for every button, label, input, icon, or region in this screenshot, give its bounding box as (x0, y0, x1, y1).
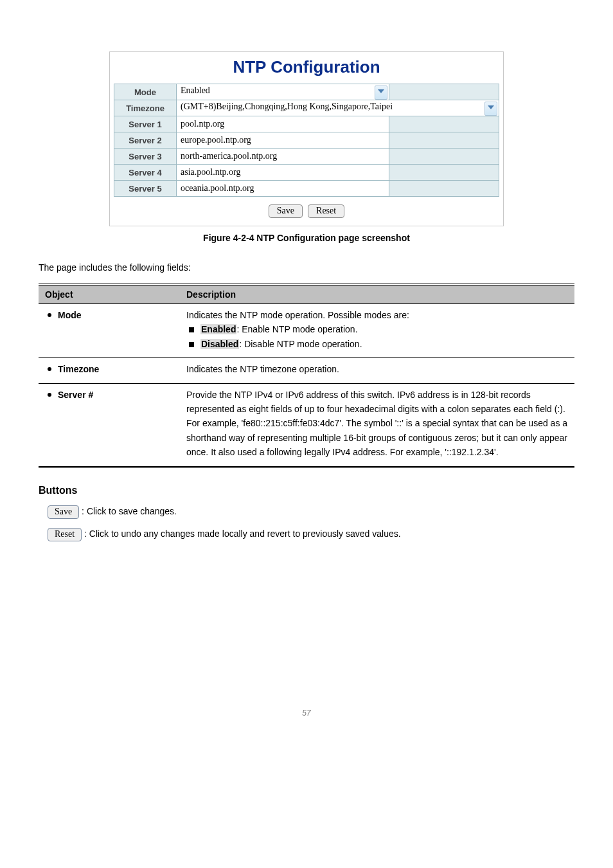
row-server-desc: Provide the NTP IPv4 or IPv6 address of … (180, 383, 574, 467)
spacer (389, 132, 499, 149)
label-server3: Server 3 (114, 149, 177, 165)
save-button[interactable]: Save (48, 505, 79, 519)
reset-button[interactable]: Reset (48, 528, 82, 541)
chevron-down-icon (484, 102, 497, 116)
panel-reset-button[interactable]: Reset (308, 204, 344, 218)
svg-marker-1 (488, 105, 494, 109)
th-object: Object (39, 285, 180, 304)
label-server4: Server 4 (114, 165, 177, 181)
mode-select[interactable]: Enabled (177, 84, 389, 100)
reset-desc: : Click to undo any changes made locally… (84, 529, 401, 539)
row-mode-object: Mode (39, 304, 180, 358)
row-timezone-object: Timezone (39, 358, 180, 383)
label-server1: Server 1 (114, 116, 177, 132)
spacer (389, 165, 499, 181)
save-desc: : Click to save changes. (82, 506, 177, 516)
bullet-icon (48, 313, 51, 317)
row-timezone-desc: Indicates the NTP timezone operation. (180, 358, 574, 383)
panel-title: NTP Configuration (114, 55, 499, 84)
label-server2: Server 2 (114, 132, 177, 149)
svg-marker-0 (378, 89, 384, 93)
square-bullet-icon (189, 327, 194, 332)
ntp-config-table: Mode Enabled Timezone (GMT+8)Beijing, (114, 84, 499, 197)
spacer (389, 181, 499, 197)
intro-text: The page includes the following fields: (39, 261, 574, 275)
row-mode-desc: Indicates the NTP mode operation. Possib… (180, 304, 574, 358)
figure-caption: Figure 4-2-4 NTP Configuration page scre… (39, 233, 574, 243)
spacer (389, 84, 499, 100)
spacer (389, 116, 499, 132)
panel-save-button[interactable]: Save (269, 204, 303, 218)
label-mode: Mode (114, 84, 177, 100)
server5-input[interactable] (177, 181, 389, 196)
buttons-heading: Buttons (39, 485, 574, 496)
spacer (389, 149, 499, 165)
label-timezone: Timezone (114, 100, 177, 116)
timezone-select[interactable]: (GMT+8)Beijing,Chongqing,Hong Kong,Singa… (177, 100, 499, 116)
square-bullet-icon (189, 342, 194, 347)
server1-input[interactable] (177, 116, 389, 132)
label-server5: Server 5 (114, 181, 177, 197)
chevron-down-icon (375, 86, 387, 100)
fields-description-table: Object Description Mode Indicates the NT… (39, 284, 574, 468)
ntp-config-panel: NTP Configuration Mode Enabled Timezone (109, 51, 504, 226)
server2-input[interactable] (177, 132, 389, 148)
bullet-icon (48, 367, 51, 371)
server4-input[interactable] (177, 165, 389, 180)
row-server-object: Server # (39, 383, 180, 467)
page-number: 57 (39, 709, 574, 718)
server3-input[interactable] (177, 149, 389, 164)
th-description: Description (180, 285, 574, 304)
bullet-icon (48, 393, 51, 397)
